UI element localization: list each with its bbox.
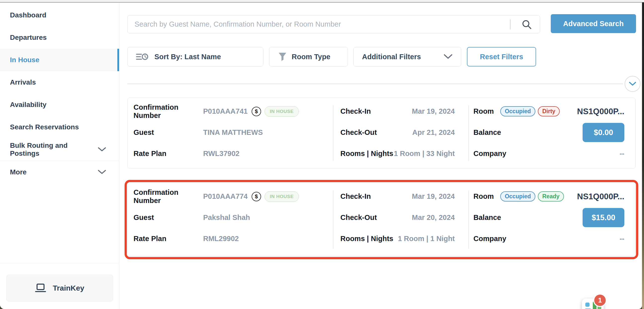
company-value: -- — [620, 150, 624, 158]
company-row: Company -- — [468, 228, 635, 249]
sidebar-item-label: Departures — [10, 34, 47, 42]
sidebar-nav: Dashboard Departures In House Arrivals A… — [0, 3, 119, 183]
sidebar-footer: TrainKey — [0, 263, 119, 309]
chevron-down-icon — [629, 82, 636, 86]
room-label: Room — [474, 107, 494, 115]
check-in-row: Check-In Mar 19, 2024 — [333, 101, 468, 122]
check-out-row: Check-Out Apr 21, 2024 — [333, 122, 468, 143]
chevron-down-icon — [98, 147, 106, 152]
room-status-badges: Occupied Ready — [500, 191, 564, 201]
sidebar-item-label: Availability — [10, 101, 46, 109]
balance-label: Balance — [474, 128, 501, 137]
chat-app-launcher[interactable]: 1 — [582, 298, 604, 309]
confirmation-number-label: Confirmation Number — [134, 188, 203, 205]
guest-row: Guest Pakshal Shah — [128, 207, 333, 228]
confirmation-row: Confirmation Number P010AAA774 $ IN HOUS… — [128, 186, 333, 207]
card-guest-column: Confirmation Number P010AAA774 $ IN HOUS… — [128, 183, 333, 256]
check-in-label: Check-In — [340, 192, 371, 200]
company-label: Company — [474, 235, 506, 243]
chat-app-icon-shape — [585, 302, 590, 307]
sidebar-item-search-reservations[interactable]: Search Reservations — [0, 116, 119, 138]
room-row: Room Occupied Dirty NS1Q000P... — [468, 101, 635, 122]
check-out-label: Check-Out — [340, 213, 377, 222]
laptop-icon — [35, 283, 46, 293]
guest-name-value: Pakshal Shah — [203, 213, 250, 222]
reservation-card-highlighted[interactable]: Confirmation Number P010AAA774 $ IN HOUS… — [127, 183, 636, 256]
occupied-status-badge: Occupied — [500, 191, 535, 201]
in-house-status-badge: IN HOUSE — [264, 106, 299, 117]
additional-filters-label: Additional Filters — [362, 53, 421, 61]
check-in-row: Check-In Mar 19, 2024 — [333, 186, 468, 207]
collapse-toggle[interactable] — [624, 76, 640, 92]
check-in-value: Mar 19, 2024 — [412, 107, 455, 115]
balance-button[interactable]: $15.00 — [582, 208, 624, 227]
sidebar-item-in-house[interactable]: In House — [0, 49, 119, 71]
room-type-button[interactable]: Room Type — [269, 47, 348, 66]
additional-filters-dropdown[interactable]: Additional Filters — [353, 47, 461, 66]
check-out-value: Apr 21, 2024 — [412, 128, 455, 137]
room-label: Room — [474, 192, 494, 200]
balance-row: Balance $15.00 — [468, 207, 635, 228]
card-stay-column: Check-In Mar 19, 2024 Check-Out Mar 20, … — [333, 183, 468, 256]
sort-by-button[interactable]: Sort By: Last Name — [127, 47, 263, 66]
room-status-badges: Occupied Dirty — [500, 106, 560, 116]
confirmation-number-value: P010AAA774 — [203, 192, 248, 200]
room-type-label: Room Type — [292, 53, 330, 61]
company-value: -- — [620, 235, 624, 243]
search-input[interactable] — [128, 16, 498, 33]
sidebar-item-dashboard[interactable]: Dashboard — [0, 4, 119, 26]
occupied-status-badge: Occupied — [500, 106, 535, 116]
sort-lines-clock-icon — [136, 52, 149, 61]
funnel-icon — [278, 52, 287, 61]
card-room-column: Room Occupied Ready NS1Q000P... Balance … — [468, 183, 635, 256]
check-out-value: Mar 20, 2024 — [412, 213, 455, 222]
company-label: Company — [474, 150, 506, 158]
confirmation-row: Confirmation Number P010AAA741 $ IN HOUS… — [128, 101, 333, 122]
sidebar-item-label: Dashboard — [10, 11, 46, 19]
payment-icon[interactable]: $ — [252, 192, 261, 201]
room-row: Room Occupied Ready NS1Q000P... — [468, 186, 635, 207]
housekeeping-status-badge: Ready — [538, 191, 564, 201]
room-number-value: NS1Q000P... — [577, 107, 624, 116]
magnifier-icon[interactable] — [522, 19, 532, 30]
trainkey-button[interactable]: TrainKey — [6, 275, 113, 301]
sidebar-item-label: Bulk Routing and Postings — [10, 142, 98, 157]
sidebar-item-arrivals[interactable]: Arrivals — [0, 71, 119, 94]
company-row: Company -- — [468, 143, 635, 164]
main-content: Advanced Search Sort By: Last Name Room … — [120, 3, 642, 309]
chevron-down-icon — [98, 170, 106, 175]
balance-button[interactable]: $0.00 — [582, 123, 624, 142]
section-divider — [127, 84, 623, 84]
reset-filters-button[interactable]: Reset Filters — [467, 47, 536, 66]
search-divider — [510, 20, 510, 29]
payment-icon[interactable]: $ — [252, 107, 261, 116]
guest-label: Guest — [134, 213, 203, 222]
balance-row: Balance $0.00 — [468, 122, 635, 143]
list-collapse-row — [127, 76, 640, 92]
rate-plan-label: Rate Plan — [134, 235, 203, 243]
search-row: Advanced Search — [127, 14, 636, 33]
sidebar-item-more[interactable]: More — [0, 161, 119, 183]
check-in-label: Check-In — [340, 107, 371, 115]
sidebar-item-label: Search Reservations — [10, 123, 79, 131]
sidebar-item-label: Arrivals — [10, 78, 36, 86]
sidebar-item-availability[interactable]: Availability — [0, 94, 119, 116]
rate-plan-row: Rate Plan RML29902 — [128, 228, 333, 249]
rate-plan-value: RWL37902 — [203, 150, 240, 158]
reservation-card[interactable]: Confirmation Number P010AAA741 $ IN HOUS… — [127, 98, 636, 169]
check-out-label: Check-Out — [340, 128, 377, 137]
reset-filters-label: Reset Filters — [480, 53, 523, 61]
room-number-value: NS1Q000P... — [577, 192, 624, 201]
sidebar-item-departures[interactable]: Departures — [0, 26, 119, 49]
balance-label: Balance — [474, 213, 501, 222]
advanced-search-button[interactable]: Advanced Search — [551, 14, 636, 33]
rate-plan-value: RML29902 — [203, 235, 239, 243]
rate-plan-label: Rate Plan — [134, 150, 203, 158]
sidebar-item-bulk-routing[interactable]: Bulk Routing and Postings — [0, 138, 119, 161]
rooms-nights-value: 1 Room | 1 Night — [398, 235, 455, 243]
housekeeping-status-badge: Dirty — [538, 106, 560, 116]
sidebar-item-label: More — [10, 168, 26, 176]
rooms-nights-label: Rooms | Nights — [340, 150, 393, 158]
filter-row: Sort By: Last Name Room Type Additional … — [127, 47, 536, 66]
rooms-nights-label: Rooms | Nights — [340, 235, 393, 243]
